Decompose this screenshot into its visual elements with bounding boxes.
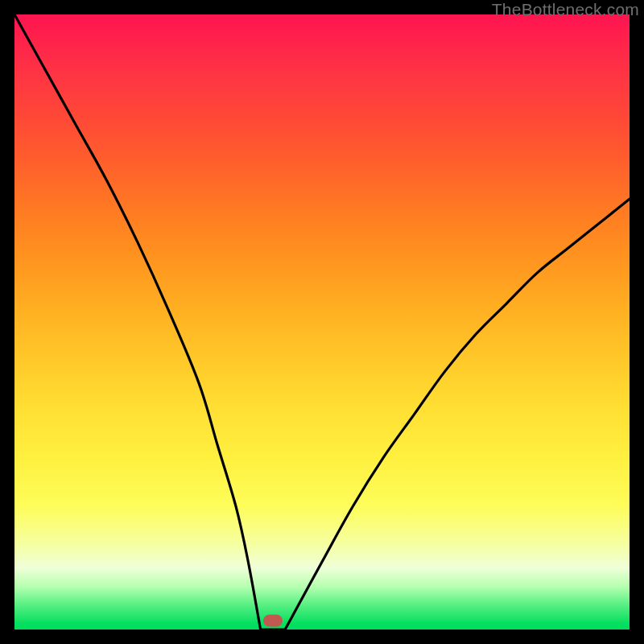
- optimal-point-marker: [263, 614, 283, 626]
- chart-canvas: TheBottleneck.com: [0, 0, 644, 644]
- bottleneck-curve: [14, 14, 630, 630]
- watermark-text: TheBottleneck.com: [492, 0, 639, 19]
